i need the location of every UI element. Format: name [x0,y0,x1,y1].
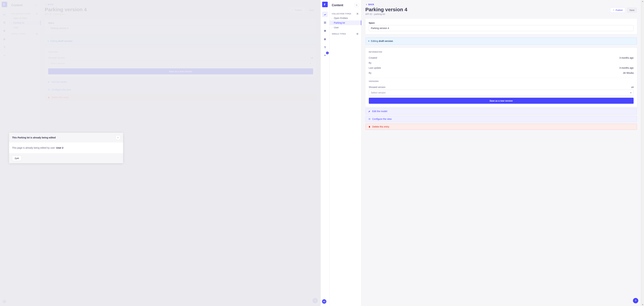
main-content: BACK Parking version 4 API ID : parking-… [362,0,641,306]
nav-settings-icon[interactable]: 1 [322,53,328,58]
single-count-badge: 0 [356,33,359,35]
versions-section-title: VERSIONS [369,80,634,82]
nav-content-icon[interactable] [322,11,328,17]
api-id: API ID : parking-lot [366,13,407,15]
nav-rail: 1 U2 › [321,0,330,306]
sidebar-search-button[interactable] [354,3,359,7]
back-link[interactable]: BACK [366,3,637,6]
modal-title: This Parking lot is already being edited [12,136,56,139]
modal-overlay: This Parking lot is already being edited… [0,0,320,306]
delete-entry-link[interactable]: Delete this entry [366,123,637,130]
sidebar-item-parking-lot[interactable]: Parking lot [330,20,361,25]
nav-media-icon[interactable] [322,28,328,33]
version-select[interactable]: Select version ▾ [369,90,634,96]
sidebar-item-open-entities[interactable]: Open Entities [330,16,361,20]
app-logo[interactable] [322,2,328,7]
settings-badge: 1 [326,52,329,54]
modal-close-button[interactable] [116,135,120,140]
showed-version-value: v4 [631,86,634,88]
draft-banner: Editing draft version [366,37,637,44]
showed-version-label: Showed version [369,86,386,88]
information-section-title: INFORMATION [369,51,634,53]
nav-builder-icon[interactable] [322,20,328,25]
sidebar-title: Content [332,3,343,7]
created-by-label: By [369,61,372,64]
page-title: Parking version 4 [366,7,407,12]
window-scrollbar[interactable]: ▲ ▼ [641,0,644,306]
scroll-up-icon[interactable]: ▲ [642,0,644,3]
created-label: Created [369,56,377,59]
last-update-value: 3 months ago [619,66,634,69]
chevron-down-icon: ▾ [630,91,632,94]
edit-model-link[interactable]: Edit the model [366,108,637,114]
updated-by-value: Jiri Mouka [623,71,634,74]
scroll-down-icon[interactable]: ▼ [642,303,644,306]
edit-lock-modal: This Parking lot is already being edited… [9,133,123,163]
collection-count-badge: 3 [356,13,359,15]
collection-types-label: COLLECTION TYPES [332,13,351,15]
space-card: Space [366,19,637,34]
right-pane: 1 U2 › Content COLLECTION TYPES 3 [321,0,641,306]
updated-by-label: By [369,71,372,74]
single-types-label: SINGLE TYPES [332,33,346,35]
modal-body: This page is already being edited by use… [9,142,123,153]
save-new-version-button[interactable]: Save as a new version [369,98,634,104]
user-avatar[interactable]: U2 [322,299,326,304]
created-value: 3 months ago [619,56,634,59]
space-input[interactable] [369,25,634,31]
publish-button[interactable]: Publish [610,7,626,13]
left-pane: JM Content COLLECTION TYPES 3 Open Entit… [0,0,321,306]
info-versions-card: INFORMATION Created3 months ago By Last … [366,48,637,107]
space-label: Space [369,22,634,24]
help-fab[interactable]: ? [633,298,638,303]
nav-marketplace-icon[interactable] [322,44,328,50]
nav-plugins-icon[interactable] [322,36,328,42]
last-update-label: Last update [369,66,381,69]
chevron-right-icon[interactable]: › [327,300,328,303]
configure-view-link[interactable]: Configure the view [366,116,637,122]
modal-back-button[interactable]: Zpět [12,156,22,161]
status-dot-icon [368,40,369,41]
sidebar-item-user[interactable]: User [330,25,361,30]
save-button[interactable]: Save [627,7,637,13]
content-sidebar: Content COLLECTION TYPES 3 Open Entities… [330,0,362,306]
